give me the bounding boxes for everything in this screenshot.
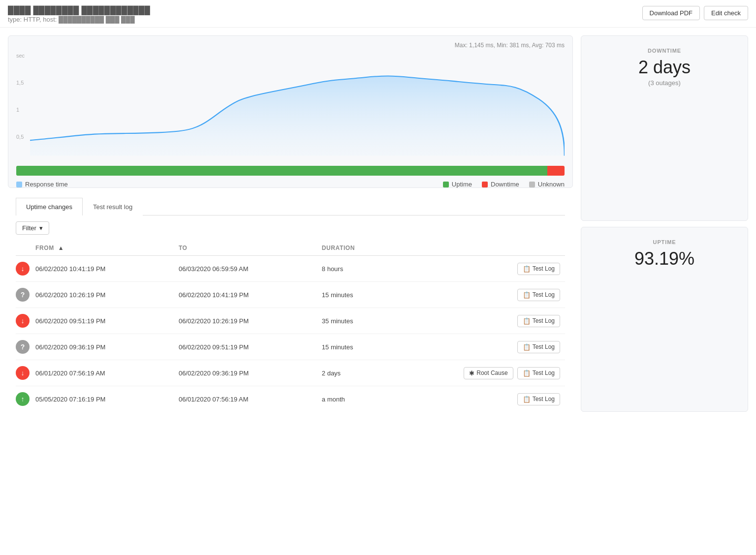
- status-icon-down: ↓: [16, 314, 30, 328]
- table-header-row: FROM ▲ TO DURATION: [16, 241, 565, 256]
- unknown-legend-label: Unknown: [538, 181, 565, 188]
- sort-arrow-icon: ▲: [58, 245, 64, 251]
- test-log-button[interactable]: 📋 Test Log: [517, 315, 560, 327]
- test-log-button[interactable]: 📋 Test Log: [517, 289, 560, 301]
- test-log-icon: 📋: [523, 396, 531, 403]
- status-icon-unknown: ?: [16, 288, 30, 302]
- page-subtitle: type: HTTP, host: ██████████ ███ ███: [8, 16, 150, 23]
- edit-check-button[interactable]: Edit check: [704, 6, 748, 20]
- cell-actions: 📋 Test Log: [401, 256, 565, 282]
- downtime-card-sub: (3 outages): [593, 79, 736, 87]
- unknown-legend-dot: [529, 182, 535, 187]
- test-log-button[interactable]: 📋 Test Log: [517, 263, 560, 275]
- cell-from: 06/02/2020 10:26:19 PM: [35, 282, 179, 308]
- uptime-legend-dot: [443, 182, 449, 187]
- cell-from: 06/02/2020 09:36:19 PM: [35, 334, 179, 360]
- uptime-card-label: UPTIME: [593, 239, 736, 245]
- response-time-chart: [30, 53, 565, 161]
- test-log-icon: 📋: [523, 317, 531, 325]
- cell-from: 06/01/2020 07:56:19 AM: [35, 360, 179, 386]
- cell-from: 06/02/2020 10:41:19 PM: [35, 256, 179, 282]
- page-title: ████ ████████ ████████████: [8, 6, 150, 15]
- downtime-segment: [547, 166, 565, 176]
- tabs: Uptime changes Test result log: [16, 198, 565, 216]
- test-log-icon: 📋: [523, 370, 531, 377]
- cell-to: 06/03/2020 06:59:59 AM: [179, 256, 322, 282]
- downtime-card: DOWNTIME 2 days (3 outages): [581, 35, 748, 221]
- filter-label: Filter: [22, 224, 36, 232]
- cell-actions: 📋 Test Log: [401, 334, 565, 360]
- status-icon-unknown: ?: [16, 340, 30, 354]
- uptime-card-value: 93.19%: [593, 249, 736, 269]
- downtime-legend-dot: [482, 182, 488, 187]
- col-status: [16, 241, 35, 256]
- uptime-bar: [16, 166, 565, 176]
- download-pdf-button[interactable]: Download PDF: [642, 6, 700, 20]
- table-row: ?06/02/2020 10:26:19 PM06/02/2020 10:41:…: [16, 282, 565, 308]
- downtime-card-label: DOWNTIME: [593, 48, 736, 54]
- chart-stats: Max: 1,145 ms, Min: 381 ms, Avg: 703 ms: [16, 42, 565, 49]
- table-row: ↓06/02/2020 09:51:19 PM06/02/2020 10:26:…: [16, 308, 565, 334]
- chart-container: Max: 1,145 ms, Min: 381 ms, Avg: 703 ms …: [8, 35, 573, 188]
- chart-legend: Response time Uptime Downtime Unknown: [16, 181, 565, 188]
- uptime-legend-label: Uptime: [452, 181, 472, 188]
- cell-to: 06/01/2020 07:56:19 AM: [179, 386, 322, 412]
- table-row: ?06/02/2020 09:36:19 PM06/02/2020 09:51:…: [16, 334, 565, 360]
- uptime-changes-table: FROM ▲ TO DURATION ↓06/02/2020 10:41:19 …: [16, 241, 565, 412]
- col-to: TO: [179, 241, 322, 256]
- col-from-label: FROM: [35, 245, 54, 251]
- status-icon-down: ↓: [16, 262, 30, 276]
- cell-actions: ✱ Root Cause📋 Test Log: [401, 360, 565, 386]
- status-icon-down: ↓: [16, 366, 30, 380]
- cell-to: 06/02/2020 10:26:19 PM: [179, 308, 322, 334]
- response-time-legend-label: Response time: [25, 181, 68, 188]
- root-cause-button[interactable]: ✱ Root Cause: [464, 367, 513, 379]
- downtime-legend-label: Downtime: [491, 181, 519, 188]
- downtime-card-value: 2 days: [593, 58, 736, 77]
- test-log-icon: 📋: [523, 343, 531, 351]
- cell-duration: 35 minutes: [322, 308, 402, 334]
- cell-from: 05/05/2020 07:16:19 PM: [35, 386, 179, 412]
- cell-duration: 2 days: [322, 360, 402, 386]
- test-log-button[interactable]: 📋 Test Log: [517, 367, 560, 379]
- test-log-button[interactable]: 📋 Test Log: [517, 393, 560, 405]
- tab-test-result-log[interactable]: Test result log: [83, 198, 143, 216]
- cell-from: 06/02/2020 09:51:19 PM: [35, 308, 179, 334]
- test-log-icon: 📋: [523, 291, 531, 299]
- cell-actions: 📋 Test Log: [401, 386, 565, 412]
- table-row: ↓06/02/2020 10:41:19 PM06/03/2020 06:59:…: [16, 256, 565, 282]
- response-time-legend-dot: [16, 182, 22, 187]
- uptime-card: UPTIME 93.19%: [581, 227, 748, 412]
- cell-duration: a month: [322, 386, 402, 412]
- cell-duration: 8 hours: [322, 256, 402, 282]
- cell-to: 06/02/2020 10:41:19 PM: [179, 282, 322, 308]
- cell-actions: 📋 Test Log: [401, 308, 565, 334]
- cell-duration: 15 minutes: [322, 282, 402, 308]
- table-row: ↑05/05/2020 07:16:19 PM06/01/2020 07:56:…: [16, 386, 565, 412]
- test-log-button[interactable]: 📋 Test Log: [517, 341, 560, 353]
- cell-to: 06/02/2020 09:36:19 PM: [179, 360, 322, 386]
- col-from[interactable]: FROM ▲: [35, 241, 179, 256]
- root-cause-icon: ✱: [469, 370, 474, 377]
- col-duration: DURATION: [322, 241, 402, 256]
- status-icon-up: ↑: [16, 392, 30, 406]
- uptime-segment: [16, 166, 547, 176]
- filter-button[interactable]: Filter ▾: [16, 221, 49, 235]
- cell-duration: 15 minutes: [322, 334, 402, 360]
- table-row: ↓06/01/2020 07:56:19 AM06/02/2020 09:36:…: [16, 360, 565, 386]
- test-log-icon: 📋: [523, 265, 531, 273]
- filter-chevron-icon: ▾: [39, 224, 43, 232]
- cell-to: 06/02/2020 09:51:19 PM: [179, 334, 322, 360]
- cell-actions: 📋 Test Log: [401, 282, 565, 308]
- tab-uptime-changes[interactable]: Uptime changes: [16, 198, 83, 216]
- col-actions: [401, 241, 565, 256]
- y-axis: sec 1,5 1 0,5: [16, 53, 30, 161]
